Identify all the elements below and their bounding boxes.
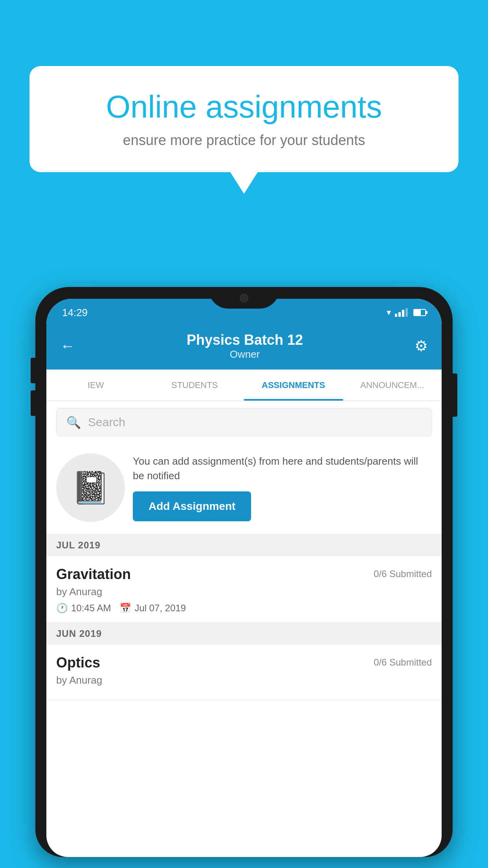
- assignment-submitted: 0/6 Submitted: [374, 568, 432, 579]
- header-role: Owner: [75, 348, 415, 360]
- battery-fill: [414, 310, 421, 315]
- assignment-item-optics[interactable]: Optics 0/6 Submitted by Anurag: [46, 645, 442, 700]
- add-assignment-button[interactable]: Add Assignment: [133, 491, 251, 521]
- signal-bar-3: [402, 310, 404, 317]
- clock-icon: 🕐: [56, 603, 68, 614]
- assignment-time: 10:45 AM: [71, 603, 111, 614]
- section-header-jun2019: JUN 2019: [46, 623, 442, 645]
- phone-wrapper: 14:29 ▾ ← Phys: [35, 287, 453, 868]
- search-container: 🔍 Search: [46, 401, 442, 443]
- speech-bubble-arrow: [230, 172, 258, 194]
- volume-up-button: [31, 358, 35, 383]
- assignment-name: Gravitation: [56, 566, 131, 583]
- meta-date: 📅 Jul 07, 2019: [119, 603, 186, 614]
- promo-right: You can add assignment(s) from here and …: [133, 454, 432, 521]
- section-header-jul2019: JUL 2019: [46, 534, 442, 556]
- phone-screen: 14:29 ▾ ← Phys: [46, 299, 442, 857]
- volume-down-button: [31, 390, 35, 416]
- assignment-item-top-optics: Optics 0/6 Submitted: [56, 655, 432, 671]
- promo-icon-circle: 📓: [56, 453, 125, 522]
- status-time: 14:29: [62, 307, 88, 319]
- assignment-meta: 🕐 10:45 AM 📅 Jul 07, 2019: [56, 603, 432, 614]
- assignment-by-optics: by Anurag: [56, 674, 432, 686]
- promo-text: You can add assignment(s) from here and …: [133, 454, 432, 483]
- status-icons: ▾: [387, 307, 426, 318]
- batch-title: Physics Batch 12: [75, 332, 415, 348]
- assignment-item-top: Gravitation 0/6 Submitted: [56, 566, 432, 583]
- search-placeholder: Search: [88, 416, 125, 429]
- signal-bar-1: [395, 314, 397, 317]
- tab-students[interactable]: STUDENTS: [145, 370, 244, 401]
- assignment-submitted-optics: 0/6 Submitted: [374, 657, 432, 668]
- signal-bar-4: [405, 308, 408, 317]
- speech-bubble-subtitle: ensure more practice for your students: [53, 132, 435, 149]
- power-button: [453, 373, 457, 417]
- speech-bubble: Online assignments ensure more practice …: [29, 66, 459, 172]
- phone-outer: 14:29 ▾ ← Phys: [35, 287, 453, 857]
- battery-icon: [413, 309, 426, 316]
- header-title-area: Physics Batch 12 Owner: [75, 332, 415, 360]
- search-icon: 🔍: [66, 416, 81, 429]
- signal-bar-2: [398, 312, 401, 317]
- wifi-icon: ▾: [387, 307, 391, 318]
- assignment-by: by Anurag: [56, 586, 432, 598]
- tab-assignments[interactable]: ASSIGNMENTS: [244, 370, 343, 401]
- assignment-date: Jul 07, 2019: [134, 603, 186, 614]
- notebook-icon: 📓: [71, 469, 110, 506]
- settings-icon[interactable]: ⚙: [415, 337, 428, 355]
- add-assignment-promo: 📓 You can add assignment(s) from here an…: [46, 443, 442, 534]
- app-header: ← Physics Batch 12 Owner ⚙: [46, 322, 442, 370]
- tab-iew[interactable]: IEW: [46, 370, 145, 401]
- search-bar[interactable]: 🔍 Search: [56, 408, 432, 436]
- calendar-icon: 📅: [119, 603, 131, 614]
- phone-camera: [240, 294, 248, 302]
- signal-bars: [395, 308, 408, 317]
- meta-time: 🕐 10:45 AM: [56, 603, 111, 614]
- tab-announcements[interactable]: ANNOUNCEM...: [343, 370, 442, 401]
- assignment-item-gravitation[interactable]: Gravitation 0/6 Submitted by Anurag 🕐 10…: [46, 556, 442, 623]
- tabs-bar: IEW STUDENTS ASSIGNMENTS ANNOUNCEM...: [46, 370, 442, 401]
- back-button[interactable]: ←: [60, 338, 75, 355]
- assignment-name-optics: Optics: [56, 655, 100, 671]
- speech-bubble-title: Online assignments: [53, 90, 435, 124]
- speech-bubble-container: Online assignments ensure more practice …: [29, 66, 459, 194]
- phone-notch: [209, 287, 279, 309]
- volume-buttons: [31, 358, 35, 416]
